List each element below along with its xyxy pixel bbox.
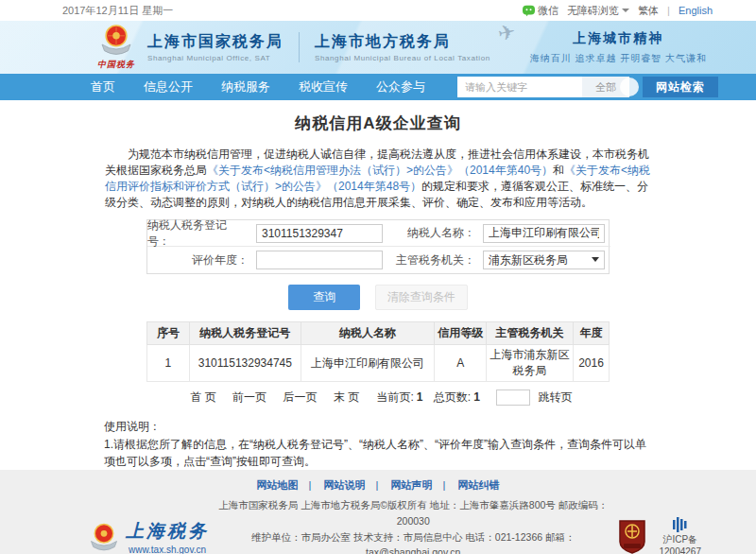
footer-logo-name: 上海税务	[126, 519, 209, 544]
city-spirit-block: ✈ 上海城市精神 海纳百川 追求卓越 开明睿智 大气谦和	[530, 30, 707, 65]
cell-taxpayer-name: 上海申江印刷有限公司	[301, 345, 435, 382]
city-spirit-title: 上海城市精神	[530, 30, 707, 47]
total-pages-label: 总页数:	[434, 390, 471, 404]
chevron-down-icon	[622, 9, 629, 12]
col-header-index: 序号	[147, 322, 190, 345]
icp-number-line2: 12004267	[660, 546, 702, 554]
city-spirit-slogan: 海纳百川 追求卓越 开明睿智 大气谦和	[530, 52, 707, 65]
tax-authority-select[interactable]	[483, 251, 605, 269]
jump-page-label[interactable]: 跳转页	[539, 390, 573, 404]
cell-reg-number: 310115132934745	[189, 345, 301, 382]
evaluation-year-input[interactable]	[256, 251, 383, 269]
search-scope-select[interactable]: 全部	[582, 77, 629, 97]
evaluation-year-label: 评价年度：	[147, 247, 256, 273]
national-bureau-block: 上海市国家税务局 Shanghai Municipal Office, SAT	[147, 32, 284, 62]
table-row: 1 310115132934745 上海申江印刷有限公司 A 上海市浦东新区税务…	[147, 345, 610, 382]
reg-number-input[interactable]	[256, 224, 383, 243]
cell-tax-authority: 上海市浦东新区税务局	[487, 345, 574, 382]
pagination-first[interactable]: 首 页	[190, 390, 215, 404]
tax-authority-label: 主管税务机关：	[388, 247, 483, 273]
search-scope-label: 全部	[595, 80, 616, 95]
government-badge-icon	[618, 519, 646, 554]
form-actions: 查询 清除查询条件	[0, 285, 756, 310]
search-input[interactable]	[457, 77, 582, 97]
footer-info: 上海市国家税务局 上海市地方税务局©版权所有 地址：上海市肇嘉浜路800号 邮政…	[209, 497, 618, 554]
national-emblem-icon	[97, 24, 135, 56]
wechat-icon	[523, 5, 535, 17]
wechat-label: 微信	[538, 4, 558, 18]
query-button[interactable]: 查询	[288, 285, 360, 310]
local-bureau-subtitle: Shanghai Municipal Bureau of Local Taxat…	[315, 54, 490, 62]
nav-item-home[interactable]: 首页	[91, 78, 115, 95]
footer-maintenance-line: 维护单位：市局办公室 技术支持：市局信息中心 电话：021-12366 邮箱：t…	[209, 529, 618, 554]
current-page-value: 1	[417, 390, 423, 404]
results-table: 序号 纳税人税务登记号 纳税人名称 信用等级 主管税务机关 年度 1 31011…	[146, 321, 610, 382]
col-header-year: 年度	[573, 322, 609, 345]
usage-instructions: 使用说明： 1.请根据您所了解的信息，在“纳税人税务登记号”、“纳税人名称”、“…	[104, 418, 652, 470]
icp-record[interactable]: 沪ICP备 12004267	[660, 515, 702, 554]
nav-item-public-participation[interactable]: 公众参与	[376, 78, 425, 95]
wechat-link[interactable]: 微信	[523, 4, 558, 18]
taxpayer-name-label: 纳税人名称：	[388, 220, 483, 247]
announcement-link-40[interactable]: 《关于发布<纳税信用管理办法（试行）>的公告》（2014年第40号）	[207, 164, 553, 177]
pagination: 首 页 前一页 后一页 末 页 当前页:1 总页数:1 跳转页	[0, 390, 756, 406]
footer-logo-url[interactable]: www.tax.sh.gov.cn	[126, 545, 209, 554]
current-page-label: 当前页:	[376, 390, 413, 404]
footer-badges: 沪ICP备 12004267	[618, 515, 702, 554]
nav-item-tax-publicity[interactable]: 税收宣传	[299, 78, 348, 95]
english-link[interactable]: English	[679, 5, 713, 16]
current-date: 2017年12月11日 星期一	[62, 4, 173, 18]
footer-link-disclaimer[interactable]: 网站声明	[390, 479, 445, 491]
accessibility-label: 无障碍浏览	[567, 4, 619, 18]
footer-links: 网站地图 网站说明 网站声明 网站纠错	[0, 478, 756, 493]
col-header-taxpayer-name: 纳税人名称	[301, 322, 435, 345]
national-bureau-subtitle: Shanghai Municipal Office, SAT	[147, 54, 284, 62]
jump-page-input[interactable]	[496, 390, 530, 406]
taxpayer-name-input[interactable]	[483, 224, 605, 243]
footer-link-error-report[interactable]: 网站纠错	[457, 479, 499, 491]
nav-item-tax-services[interactable]: 纳税服务	[221, 78, 270, 95]
icp-icon	[671, 515, 690, 534]
tax-emblem-icon	[87, 522, 121, 552]
pagination-prev[interactable]: 前一页	[232, 390, 266, 404]
nav-item-info-disclosure[interactable]: 信息公开	[144, 78, 193, 95]
cell-credit-rating: A	[435, 345, 487, 382]
pagination-last[interactable]: 末 页	[334, 390, 359, 404]
site-search: 全部 网站检索	[457, 77, 718, 97]
footer-link-site-guide[interactable]: 网站说明	[324, 479, 379, 491]
airplane-icon: ✈	[495, 19, 517, 46]
traditional-label: 繁体	[638, 4, 659, 18]
reg-number-label: 纳税人税务登记号：	[147, 220, 256, 247]
footer-copyright-line: 上海市国家税务局 上海市地方税务局©版权所有 地址：上海市肇嘉浜路800号 邮政…	[209, 497, 618, 529]
col-header-reg-number: 纳税人税务登记号	[189, 322, 301, 345]
top-utility-bar: 2017年12月11日 星期一 微信 无障碍浏览 繁体 | English	[0, 0, 756, 21]
main-nav: 首页 信息公开 纳税服务 税收宣传 公众参与 全部 网站检索	[0, 74, 756, 100]
divider	[299, 32, 300, 62]
page-title: 纳税信用A级企业查询	[0, 113, 756, 134]
instructions-title: 使用说明：	[104, 418, 652, 435]
footer-logo: 上海税务 www.tax.sh.gov.cn	[87, 519, 209, 554]
local-bureau-block: 上海市地方税务局 Shanghai Municipal Bureau of Lo…	[315, 32, 490, 62]
site-search-button[interactable]: 网站检索	[643, 77, 718, 97]
accessibility-menu[interactable]: 无障碍浏览	[567, 4, 629, 18]
col-header-credit-rating: 信用等级	[435, 322, 487, 345]
pagination-next[interactable]: 后一页	[283, 390, 317, 404]
national-bureau-title: 上海市国家税务局	[147, 32, 284, 52]
col-header-tax-authority: 主管税务机关	[487, 322, 574, 345]
cell-year: 2016	[573, 345, 609, 382]
table-header-row: 序号 纳税人税务登记号 纳税人名称 信用等级 主管税务机关 年度	[147, 322, 610, 345]
clear-conditions-button[interactable]: 清除查询条件	[375, 285, 468, 310]
local-bureau-title: 上海市地方税务局	[315, 32, 490, 52]
query-form: 纳税人税务登记号： 纳税人名称： 评价年度： 主管税务机关：	[146, 219, 610, 274]
footer-link-sitemap[interactable]: 网站地图	[257, 479, 312, 491]
scope-toggle-knob	[620, 78, 639, 96]
main-content: 纳税信用A级企业查询 为规范本市纳税信用管理，促进纳税人诚信自律，提高税法遵从度…	[0, 100, 756, 470]
site-footer: 网站地图 网站说明 网站声明 网站纠错 上海税务 www.tax.sh.gov.…	[0, 470, 756, 554]
site-header: 中国税务 上海市国家税务局 Shanghai Municipal Office,…	[0, 21, 756, 74]
intro-text-2: 和	[553, 164, 564, 177]
traditional-chinese-link[interactable]: 繁体	[638, 4, 659, 18]
cell-index: 1	[147, 345, 190, 382]
instruction-item-1: 1.请根据您所了解的信息，在“纳税人税务登记号”、“纳税人名称”、“评价年度”输…	[104, 436, 652, 470]
icp-number-line1: 沪ICP备	[662, 534, 697, 546]
divider: |	[667, 5, 670, 16]
